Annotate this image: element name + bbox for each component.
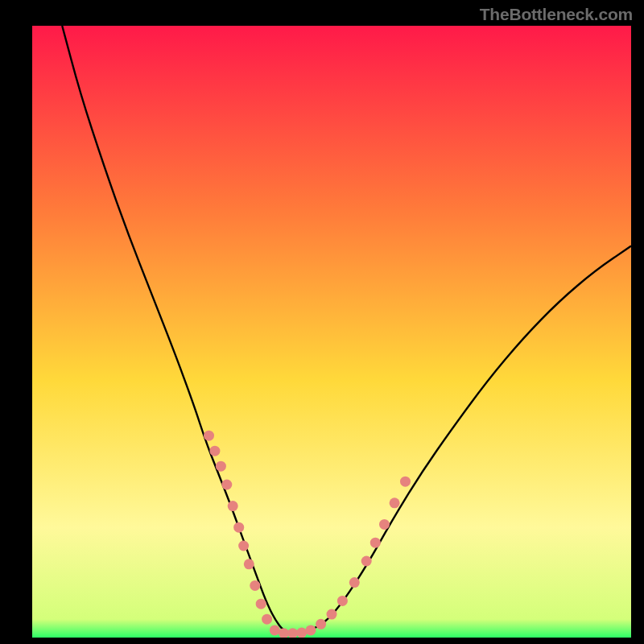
plot-area — [32, 26, 631, 638]
highlight-dot — [270, 625, 280, 635]
highlight-dot — [379, 519, 390, 530]
highlight-dot — [316, 619, 326, 630]
highlight-dot — [296, 627, 307, 638]
highlight-dot — [349, 577, 360, 588]
highlight-dot — [209, 446, 220, 456]
highlight-dot — [262, 614, 272, 625]
watermark-text: TheBottleneck.com — [480, 5, 633, 24]
highlight-dot — [256, 599, 266, 609]
highlight-dot — [390, 497, 400, 508]
highlight-dot — [228, 501, 238, 511]
highlight-dot — [327, 609, 337, 620]
highlight-dot — [400, 477, 411, 487]
highlight-dot — [370, 538, 381, 548]
highlight-dot — [306, 625, 316, 635]
highlight-dot — [361, 556, 372, 567]
highlight-dot — [238, 541, 249, 551]
gradient-background — [32, 26, 631, 638]
highlight-dot — [204, 431, 214, 441]
highlight-dot — [216, 461, 226, 472]
chart-frame: TheBottleneck.com — [0, 0, 644, 644]
highlight-dot — [250, 580, 260, 591]
highlight-dot — [233, 522, 244, 533]
highlight-dot — [221, 480, 232, 490]
chart-svg — [32, 26, 631, 638]
highlight-dot — [337, 596, 348, 606]
highlight-dot — [244, 559, 254, 569]
